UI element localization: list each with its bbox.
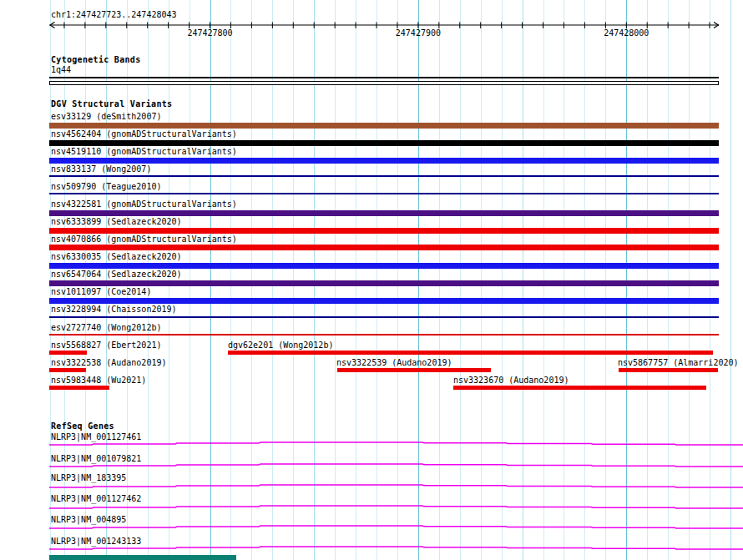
partial-track-bar[interactable]: [49, 555, 236, 560]
variant-bar[interactable]: [49, 140, 719, 146]
variant-bar[interactable]: [49, 123, 719, 129]
variant-label: nsv1011097 (Coe2014): [51, 287, 151, 296]
variant-bar[interactable]: [49, 334, 719, 335]
variant-label: dgv62e201 (Wong2012b): [228, 341, 333, 350]
variant-bar[interactable]: [49, 175, 719, 177]
gene-label: NLRP3|NM_004895: [51, 515, 126, 524]
variant-bar[interactable]: [49, 368, 86, 372]
gene-intron-line[interactable]: [49, 442, 743, 445]
variant-label: nsv6333899 (Sedlazeck2020): [51, 217, 182, 226]
gene-intron-line[interactable]: [49, 547, 743, 549]
gene-label: NLRP3|NM_001243133: [51, 537, 141, 546]
variant-label: nsv3228994 (Chaisson2019): [51, 305, 177, 314]
variant-bar[interactable]: [49, 316, 719, 318]
variant-label: nsv3323670 (Audano2019): [453, 376, 569, 385]
gene-label: NLRP3|NM_183395: [51, 473, 126, 482]
gene-label: NLRP3|NM_001079821: [51, 454, 141, 463]
variant-label: nsv3322538 (Audano2019): [51, 358, 166, 367]
variant-bar[interactable]: [49, 158, 719, 164]
gene-intron-line[interactable]: [49, 464, 743, 467]
variant-label: nsv4562404 (gnomADStructuralVariants): [51, 129, 237, 139]
ruler-left-arrow-icon: [50, 23, 55, 28]
gene-intron-line[interactable]: [49, 485, 743, 487]
variant-label: nsv3322539 (Audano2019): [336, 358, 452, 367]
variant-bar[interactable]: [228, 351, 713, 355]
cytoband-bar[interactable]: [49, 77, 719, 78]
variant-label: nsv4519110 (gnomADStructuralVariants): [51, 147, 237, 156]
variant-bar[interactable]: [49, 263, 719, 269]
ruler-right-arrow-icon: [714, 23, 719, 28]
variant-label: nsv833137 (Wong2007): [51, 164, 151, 174]
section-title-cytogenetic-bands: Cytogenetic Bands: [51, 55, 140, 64]
gridline: [730, 0, 731, 560]
variant-bar[interactable]: [49, 245, 719, 250]
variant-label: esv33129 (deSmith2007): [51, 112, 161, 121]
ruler-tick-label: 247427900: [396, 28, 441, 38]
variant-bar[interactable]: [49, 193, 719, 194]
cytoband-label: 1q44: [51, 65, 71, 74]
variant-bar[interactable]: [49, 228, 719, 234]
variant-label: nsv5867757 (Almarri2020): [618, 358, 739, 367]
ruler-tick-label: 247427800: [187, 28, 232, 38]
variant-label: nsv5983448 (Wu2021): [51, 376, 146, 385]
section-title-refseq-genes: RefSeq Genes: [51, 421, 114, 431]
variant-bar[interactable]: [49, 210, 719, 216]
section-title-dgv-structural-variants: DGV Structural Variants: [51, 99, 172, 108]
variant-label: nsv509790 (Teague2010): [51, 182, 161, 191]
variant-bar[interactable]: [49, 351, 87, 355]
gene-label: NLRP3|NM_001127462: [51, 494, 141, 503]
variant-label: nsv4322581 (gnomADStructuralVariants): [51, 199, 237, 209]
variant-label: esv2727740 (Wong2012b): [51, 323, 161, 332]
genome-browser-canvas[interactable]: chr1:247427723..247428043 24742780024742…: [0, 0, 743, 560]
variant-bar[interactable]: [619, 368, 718, 372]
variant-bar[interactable]: [337, 368, 491, 372]
variant-bar[interactable]: [453, 386, 706, 390]
variant-bar[interactable]: [49, 280, 719, 286]
gene-intron-line[interactable]: [49, 526, 743, 528]
variant-bar[interactable]: [49, 298, 719, 304]
variant-label: nsv6547064 (Sedlazeck2020): [51, 270, 182, 279]
region-label: chr1:247427723..247428043: [51, 10, 177, 19]
gene-label: NLRP3|NM_001127461: [51, 432, 141, 441]
ruler-tick-label: 247428000: [604, 28, 649, 38]
variant-label: nsv6330035 (Sedlazeck2020): [51, 252, 182, 261]
variant-bar[interactable]: [49, 386, 109, 390]
chromosome-ideogram[interactable]: [49, 81, 719, 85]
gene-intron-line[interactable]: [49, 506, 743, 508]
variant-label: nsv5568827 (Ebert2021): [51, 341, 161, 350]
variant-label: nsv4070866 (gnomADStructuralVariants): [51, 235, 237, 244]
